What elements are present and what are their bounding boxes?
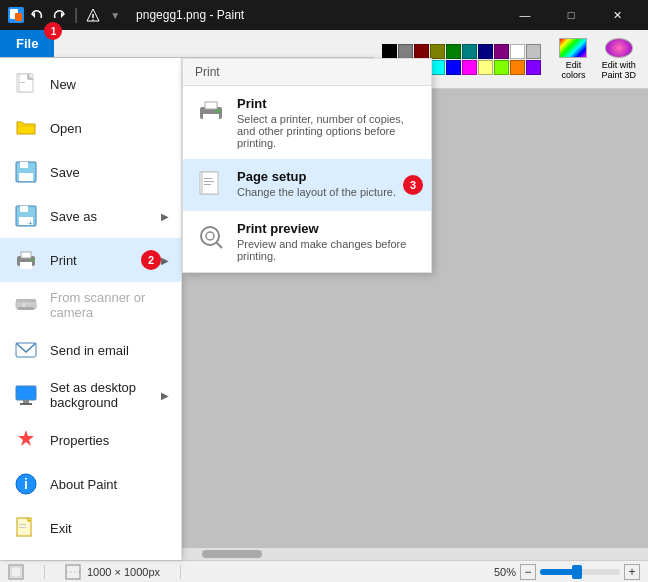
submenu-item-print-preview[interactable]: Print preview Preview and make changes b… — [183, 211, 431, 272]
save-as-arrow: ▶ — [161, 211, 169, 222]
svg-rect-41 — [202, 172, 218, 194]
svg-point-39 — [216, 109, 220, 113]
color-swatch[interactable] — [430, 44, 445, 59]
canvas-size-icon — [8, 564, 24, 580]
badge-2: 2 — [141, 250, 161, 270]
statusbar-divider-1 — [44, 565, 45, 579]
image-dimensions: 1000 × 1000px — [65, 564, 160, 580]
color-swatch[interactable] — [526, 44, 541, 59]
svg-rect-44 — [204, 184, 211, 185]
svg-point-21 — [31, 259, 34, 262]
ribbon: File 1 Edit colors Edit with Paint 3D — [0, 30, 648, 58]
save-icon — [12, 158, 40, 186]
svg-rect-20 — [21, 252, 31, 258]
new-icon — [12, 70, 40, 98]
svg-rect-23 — [16, 299, 36, 302]
submenu-print-preview-icon — [195, 221, 227, 253]
submenu-item-page-setup[interactable]: Page setup Change the layout of the pict… — [183, 159, 431, 211]
svg-rect-34 — [19, 524, 26, 525]
svg-point-46 — [206, 232, 214, 240]
svg-rect-10 — [19, 82, 25, 83]
zoom-slider[interactable] — [540, 569, 620, 575]
titlebar-left: | ▼ pngegg1.png - Paint — [8, 6, 244, 24]
horizontal-scrollbar[interactable] — [182, 548, 648, 560]
print-submenu: Print Print Select a printer, number of … — [182, 58, 432, 273]
color-swatch[interactable] — [414, 44, 429, 59]
svg-rect-30 — [20, 403, 32, 405]
svg-text:+: + — [28, 219, 33, 228]
color-swatch[interactable] — [462, 44, 477, 59]
menu-item-email[interactable]: Send in email — [0, 328, 181, 372]
submenu-page-setup-text: Page setup Change the layout of the pict… — [237, 169, 419, 198]
file-button[interactable]: File 1 — [0, 30, 54, 57]
titlebar-title: pngegg1.png - Paint — [136, 8, 244, 22]
submenu-page-setup-icon — [195, 169, 227, 201]
open-icon — [12, 114, 40, 142]
svg-rect-43 — [204, 181, 214, 182]
menu-item-save[interactable]: Save — [0, 150, 181, 194]
menu-item-open[interactable]: Open — [0, 106, 181, 150]
menu-item-save-as[interactable]: + Save as ▶ — [0, 194, 181, 238]
window-controls: — □ ✕ — [502, 0, 640, 30]
svg-rect-54 — [66, 565, 80, 579]
undo-icon[interactable] — [28, 6, 46, 24]
scanner-icon — [12, 291, 40, 319]
zoom-increase-button[interactable]: + — [624, 564, 640, 580]
menu-item-print[interactable]: Print ▶ 2 — [0, 238, 181, 282]
svg-rect-24 — [18, 307, 34, 310]
svg-rect-38 — [205, 102, 217, 109]
properties-icon — [12, 426, 40, 454]
scrollbar-thumb[interactable] — [202, 550, 262, 558]
svg-rect-37 — [203, 114, 219, 123]
badge-3: 3 — [403, 175, 423, 195]
color-swatch[interactable] — [446, 44, 461, 59]
email-icon — [12, 336, 40, 364]
close-button[interactable]: ✕ — [594, 0, 640, 30]
desktop-icon — [12, 381, 40, 409]
submenu-print-icon — [195, 96, 227, 128]
exit-icon — [12, 514, 40, 542]
svg-rect-2 — [15, 13, 22, 21]
print-icon — [12, 246, 40, 274]
svg-rect-25 — [23, 303, 25, 307]
app-icon — [8, 7, 24, 23]
menu-item-about[interactable]: i About Paint — [0, 462, 181, 506]
menu-item-scanner: From scanner or camera — [0, 282, 181, 328]
svg-rect-42 — [204, 178, 212, 179]
menu-item-desktop-bg[interactable]: Set as desktop background ▶ — [0, 372, 181, 418]
svg-rect-19 — [20, 262, 32, 269]
color-swatch[interactable] — [398, 44, 413, 59]
svg-rect-53 — [11, 567, 21, 577]
maximize-button[interactable]: □ — [548, 0, 594, 30]
zoom-decrease-button[interactable]: − — [520, 564, 536, 580]
svg-rect-13 — [19, 173, 33, 181]
menu-item-exit[interactable]: Exit — [0, 506, 181, 550]
color-swatch[interactable] — [382, 44, 397, 59]
svg-rect-15 — [20, 206, 28, 212]
statusbar-divider-2 — [180, 565, 181, 579]
svg-rect-12 — [20, 162, 28, 168]
file-menu: New Open Save — [0, 58, 182, 560]
color-swatch[interactable] — [510, 44, 525, 59]
menu-icon[interactable] — [84, 6, 102, 24]
svg-rect-29 — [23, 400, 29, 403]
submenu-item-print[interactable]: Print Select a printer, number of copies… — [183, 86, 431, 159]
submenu-title: Print — [183, 59, 431, 86]
svg-rect-27 — [16, 386, 36, 400]
svg-point-7 — [92, 19, 94, 21]
menu-item-properties[interactable]: Properties — [0, 418, 181, 462]
submenu-print-text: Print Select a printer, number of copies… — [237, 96, 419, 149]
main-content: New Open Save — [0, 58, 648, 560]
svg-rect-35 — [19, 527, 26, 528]
color-swatch[interactable] — [494, 44, 509, 59]
statusbar: 1000 × 1000px 50% − + — [0, 560, 648, 582]
minimize-button[interactable]: — — [502, 0, 548, 30]
menu-item-new[interactable]: New — [0, 62, 181, 106]
badge-1: 1 — [44, 22, 62, 40]
color-swatch[interactable] — [478, 44, 493, 59]
desktop-bg-arrow: ▶ — [161, 390, 169, 401]
dimensions-icon — [65, 564, 81, 580]
submenu-print-preview-text: Print preview Preview and make changes b… — [237, 221, 419, 262]
zoom-control: 50% − + — [494, 564, 640, 580]
svg-text:i: i — [24, 476, 28, 492]
